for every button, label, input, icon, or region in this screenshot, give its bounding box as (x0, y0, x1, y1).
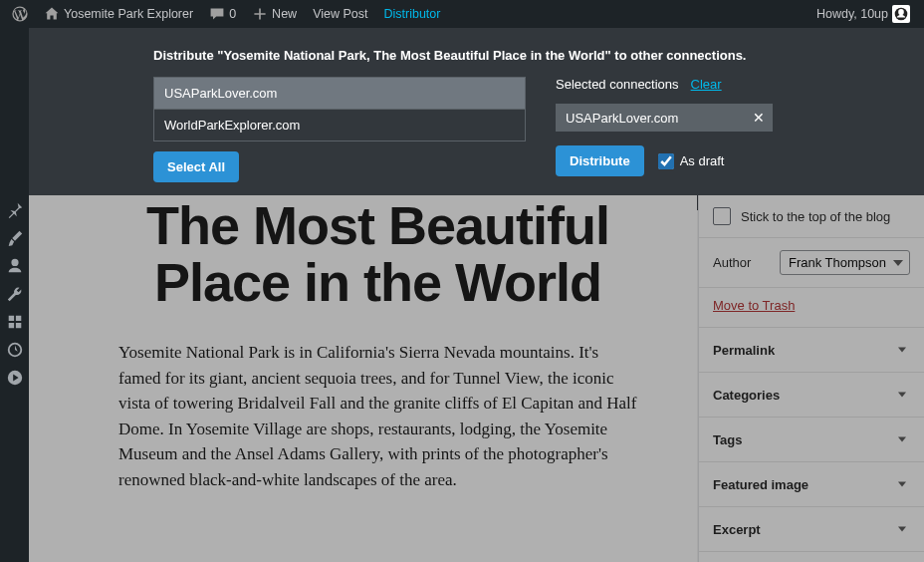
as-draft-checkbox[interactable] (658, 153, 674, 169)
comments-menu[interactable]: 0 (201, 0, 244, 28)
panel-title: Distribute "Yosemite National Park, The … (153, 48, 900, 63)
user-icon[interactable] (6, 257, 24, 275)
circle-arrow-icon[interactable] (6, 341, 24, 359)
view-post-link[interactable]: View Post (305, 0, 375, 28)
selected-connections-label: Selected connections (556, 77, 679, 92)
accordion-tags[interactable]: Tags (699, 418, 924, 462)
comment-icon (209, 6, 225, 22)
remove-connection-button[interactable]: ✕ (753, 110, 765, 126)
sticky-checkbox[interactable] (713, 207, 731, 225)
accordion-permalink[interactable]: Permalink (699, 328, 924, 373)
as-draft-label: As draft (680, 153, 725, 168)
distribute-button[interactable]: Distribute (556, 145, 644, 176)
plus-icon (252, 6, 268, 22)
chevron-down-icon (894, 476, 910, 492)
selected-connection-chip: USAParkLover.com ✕ (556, 104, 773, 132)
pin-icon[interactable] (6, 201, 24, 219)
distributor-link[interactable]: Distributor (375, 0, 448, 28)
selected-chip-label: USAParkLover.com (566, 111, 678, 126)
admin-bar: Yosemite Park Explorer 0 New View Post D… (0, 0, 924, 28)
chevron-down-icon (894, 387, 910, 403)
avatar (892, 5, 910, 23)
post-title[interactable]: The Most Beautiful Place in the World (118, 195, 637, 340)
settings-sidebar: Stick to the top of the blog Author Fran… (698, 195, 924, 562)
chevron-down-icon (894, 521, 910, 537)
sticky-label: Stick to the top of the blog (741, 209, 890, 224)
chevron-down-icon (894, 431, 910, 447)
site-name: Yosemite Park Explorer (64, 7, 193, 21)
author-row: Author Frank Thompson (699, 238, 924, 288)
connection-item[interactable]: WorldParkExplorer.com (154, 109, 525, 140)
home-icon (44, 6, 60, 22)
new-menu[interactable]: New (244, 0, 305, 28)
brush-icon[interactable] (6, 229, 24, 247)
sticky-toggle-row[interactable]: Stick to the top of the blog (699, 195, 924, 238)
clear-link[interactable]: Clear (691, 77, 722, 92)
author-label: Author (713, 255, 751, 270)
connection-item[interactable]: USAParkLover.com (154, 78, 525, 109)
greeting: Howdy, 10up (816, 7, 888, 21)
as-draft-toggle[interactable]: As draft (658, 153, 725, 169)
comment-count: 0 (229, 7, 236, 21)
accordion-featured-image[interactable]: Featured image (699, 462, 924, 507)
wordpress-icon (12, 6, 28, 22)
post-body[interactable]: Yosemite National Park is in California'… (118, 340, 637, 492)
admin-sidebar (0, 28, 29, 562)
author-select[interactable]: Frank Thompson (780, 250, 910, 275)
grid-icon[interactable] (6, 313, 24, 331)
wrench-icon[interactable] (6, 285, 24, 303)
move-to-trash-link[interactable]: Move to Trash (699, 288, 924, 328)
accordion-categories[interactable]: Categories (699, 373, 924, 418)
accordion-discussion[interactable]: Discussion (699, 552, 924, 562)
new-label: New (272, 7, 297, 21)
accordion-excerpt[interactable]: Excerpt (699, 507, 924, 552)
play-icon[interactable] (6, 369, 24, 387)
post-editor: The Most Beautiful Place in the World Yo… (29, 195, 697, 562)
site-menu[interactable]: Yosemite Park Explorer (36, 0, 201, 28)
select-all-button[interactable]: Select All (153, 151, 239, 182)
chevron-down-icon (894, 342, 910, 358)
connection-list: USAParkLover.com WorldParkExplorer.com (153, 77, 526, 141)
account-menu[interactable]: Howdy, 10up (808, 0, 918, 28)
wp-logo-menu[interactable] (4, 0, 36, 28)
distributor-panel: Distribute "Yosemite National Park, The … (0, 28, 924, 210)
avatar-icon (894, 7, 908, 21)
